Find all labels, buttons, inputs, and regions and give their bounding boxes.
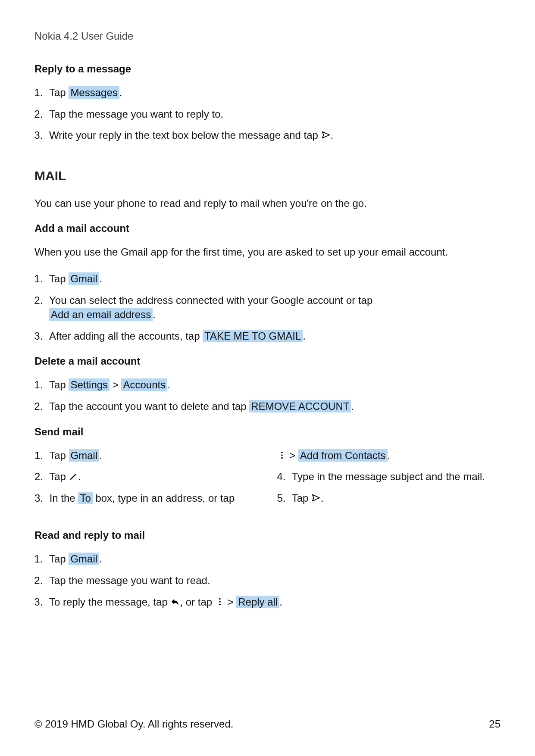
svg-point-2 bbox=[281, 457, 283, 459]
text: , or tap bbox=[180, 596, 215, 608]
more-icon bbox=[215, 596, 225, 608]
step-number: 4. bbox=[277, 469, 289, 484]
text: > bbox=[110, 379, 121, 390]
svg-point-3 bbox=[219, 598, 221, 600]
list-item: Tap the message you want to read. bbox=[46, 573, 501, 588]
text: . bbox=[78, 471, 81, 482]
text: . bbox=[99, 553, 102, 565]
list-item: After adding all the accounts, tap TAKE … bbox=[46, 329, 501, 344]
ui-label-to: To bbox=[78, 492, 92, 504]
text: . bbox=[279, 596, 282, 608]
text: . bbox=[351, 400, 354, 412]
ui-label-add-from-contacts: Add from Contacts bbox=[298, 449, 388, 462]
text: . bbox=[321, 492, 324, 504]
list-item: Tap the message you want to reply to. bbox=[46, 107, 501, 122]
text: . bbox=[99, 273, 102, 284]
text: Tap bbox=[49, 450, 69, 461]
send-icon bbox=[321, 129, 331, 141]
svg-point-1 bbox=[281, 454, 283, 456]
heading-reply-to-message: Reply to a message bbox=[34, 63, 501, 75]
document-header: Nokia 4.2 User Guide bbox=[34, 30, 501, 42]
text: . bbox=[331, 129, 334, 141]
step-number: 3. bbox=[34, 491, 47, 506]
text: Tap bbox=[49, 273, 69, 284]
heading-add-mail-account: Add a mail account bbox=[34, 222, 501, 234]
list-item: Tap the account you want to delete and t… bbox=[46, 399, 501, 414]
edit-icon bbox=[69, 471, 78, 482]
list-item-continuation: > Add from Contacts. bbox=[277, 448, 501, 463]
heading-delete-mail-account: Delete a mail account bbox=[34, 355, 501, 367]
text: In the bbox=[50, 492, 78, 504]
text: Tap the account you want to delete and t… bbox=[49, 400, 249, 412]
svg-point-5 bbox=[219, 603, 221, 605]
list-item: Tap Messages. bbox=[46, 85, 501, 100]
list-item: 1. Tap Gmail. bbox=[34, 448, 258, 463]
list-item: 5. Tap . bbox=[277, 491, 501, 506]
ui-label-reply-all: Reply all bbox=[236, 596, 279, 608]
list-item: To reply the message, tap , or tap > Rep… bbox=[46, 595, 501, 609]
step-number: 1. bbox=[34, 448, 47, 463]
list-item: You can select the address connected wit… bbox=[46, 293, 501, 322]
list-item: Tap Gmail. bbox=[46, 272, 501, 286]
ui-label-accounts: Accounts bbox=[121, 378, 167, 391]
mail-intro: You can use your phone to read and reply… bbox=[34, 196, 501, 211]
ui-label-messages: Messages bbox=[69, 86, 119, 99]
send-icon bbox=[311, 492, 321, 504]
text: . bbox=[119, 87, 122, 98]
list-item: Tap Gmail. bbox=[46, 552, 501, 566]
text: box, type in an address, or tap bbox=[93, 492, 235, 504]
text: Tap bbox=[49, 553, 69, 565]
text: After adding all the accounts, tap bbox=[49, 330, 203, 342]
steps-read-reply-mail: Tap Gmail. Tap the message you want to r… bbox=[34, 552, 501, 609]
ui-label-take-me-to-gmail: TAKE ME TO GMAIL bbox=[203, 330, 303, 342]
reply-icon bbox=[170, 596, 180, 608]
steps-reply-to-message: Tap Messages. Tap the message you want t… bbox=[34, 85, 501, 143]
svg-point-0 bbox=[281, 451, 283, 453]
ui-label-add-email-address: Add an email address bbox=[49, 308, 153, 321]
step-number: 5. bbox=[277, 491, 289, 506]
steps-add-mail-account: Tap Gmail. You can select the address co… bbox=[34, 272, 501, 343]
heading-read-reply-mail: Read and reply to mail bbox=[34, 529, 501, 541]
more-icon bbox=[277, 450, 287, 461]
text: Tap bbox=[292, 492, 311, 504]
list-item: 3. In the To box, type in an address, or… bbox=[34, 491, 258, 506]
list-item: 2. Tap . bbox=[34, 469, 258, 484]
ui-label-gmail: Gmail bbox=[69, 272, 99, 285]
text: . bbox=[388, 450, 391, 461]
text: > bbox=[225, 596, 236, 608]
text: . bbox=[99, 450, 102, 461]
ui-label-gmail: Gmail bbox=[69, 449, 100, 462]
svg-point-4 bbox=[219, 601, 221, 603]
list-item: Write your reply in the text box below t… bbox=[46, 128, 501, 143]
ui-label-remove-account: REMOVE ACCOUNT bbox=[249, 400, 351, 412]
text: You can select the address connected wit… bbox=[49, 294, 372, 306]
text: Tap bbox=[49, 471, 69, 482]
list-item: Tap Settings > Accounts. bbox=[46, 378, 501, 392]
step-number: 2. bbox=[34, 469, 47, 484]
ui-label-gmail: Gmail bbox=[69, 553, 99, 565]
text: Type in the message subject and the mail… bbox=[292, 471, 485, 482]
heading-send-mail: Send mail bbox=[34, 426, 501, 438]
text: . bbox=[153, 309, 156, 320]
ui-label-settings: Settings bbox=[69, 378, 110, 391]
add-account-intro: When you use the Gmail app for the first… bbox=[34, 245, 501, 259]
text: Tap bbox=[49, 379, 69, 390]
list-item: 4. Type in the message subject and the m… bbox=[277, 469, 501, 484]
text: . bbox=[167, 379, 170, 390]
text: Tap bbox=[49, 87, 69, 98]
text: Write your reply in the text box below t… bbox=[49, 129, 321, 141]
steps-send-mail: 1. Tap Gmail. 2. Tap . 3. In the To box,… bbox=[34, 448, 501, 512]
text: > bbox=[287, 450, 298, 461]
text: . bbox=[303, 330, 306, 342]
heading-mail: MAIL bbox=[34, 169, 501, 183]
text: To reply the message, tap bbox=[49, 596, 170, 608]
steps-delete-mail-account: Tap Settings > Accounts. Tap the account… bbox=[34, 378, 501, 413]
page-number: 25 bbox=[489, 718, 501, 730]
copyright-text: © 2019 HMD Global Oy. All rights reserve… bbox=[34, 718, 233, 730]
